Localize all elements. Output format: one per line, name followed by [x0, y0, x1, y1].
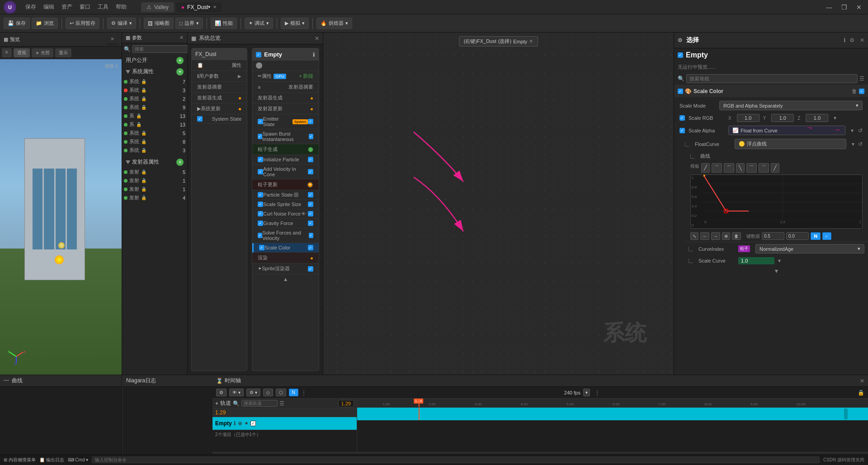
emitter-state-checkbox[interactable]: ✓	[258, 119, 263, 124]
sel-close-btn[interactable]: ✕	[860, 37, 864, 43]
sc-visible-checkbox[interactable]: ✓	[859, 89, 864, 94]
float-curve-dropdown[interactable]: 🟡 浮点曲线	[735, 139, 846, 149]
bake-button[interactable]: 🔥 烘焙器 ▾	[316, 18, 352, 29]
add-velocity-row[interactable]: ✓ Add Velocity In Cone ✓	[252, 164, 319, 179]
particle-state-row[interactable]: ✓ Particle State ✓	[252, 190, 319, 200]
tab-close-icon[interactable]: ✕	[213, 5, 217, 9]
bounds-dropdown-icon[interactable]: ▾	[196, 20, 199, 26]
template-btn-6[interactable]: ╱	[771, 163, 779, 173]
particle-update-add-btn[interactable]: +	[307, 182, 313, 188]
template-btn-3[interactable]: ╲	[736, 163, 745, 173]
timeline-spacer-btn[interactable]: ⋮	[594, 390, 600, 396]
content-sidebar-btn[interactable]: ⊞ 内容侧滑菜单	[4, 457, 36, 463]
curve-right-btn[interactable]: →	[711, 232, 720, 240]
breadcrumb-close[interactable]: ✕	[529, 38, 533, 44]
scale-sprite-check2[interactable]: ✓	[308, 202, 313, 207]
sprite-renderer-check[interactable]: ✓	[308, 266, 313, 272]
curve-zoom-in-btn[interactable]: ⤡	[690, 232, 698, 240]
preview-viewport[interactable]: X Y Z 缩放-1	[0, 59, 122, 375]
collapse-up-icon[interactable]: ▲	[283, 276, 288, 282]
render-row[interactable]: 渲染 ●	[252, 253, 319, 263]
init-particle-check2[interactable]: ✓	[308, 157, 313, 162]
add-velocity-checkbox[interactable]: ✓	[258, 169, 263, 174]
scale-alpha-dropdown[interactable]: 📈 Float from Curve	[728, 126, 845, 135]
template-btn-1[interactable]: ⌒	[712, 163, 722, 173]
curve-index-dropdown[interactable]: NormalizedAge ▾	[755, 244, 864, 254]
lock-timeline-btn[interactable]: 🔒	[858, 390, 864, 396]
apply-stash-button[interactable]: ↩ 应用暂存	[66, 18, 99, 29]
menu-file[interactable]: 保存	[24, 3, 38, 11]
preview-close-btn[interactable]: ✕	[107, 34, 118, 44]
sprite-renderer-row[interactable]: ✦ Sprite渲染器 ✓	[252, 263, 319, 274]
browse-button[interactable]: 📁 浏览	[32, 18, 58, 29]
eye-icon[interactable]: 👁	[301, 211, 306, 216]
display-btn[interactable]: 显示	[55, 48, 71, 57]
console-input[interactable]	[92, 456, 820, 463]
user-params-item[interactable]: ℹ 用户参数 ▶	[192, 71, 247, 82]
sim-dropdown-icon[interactable]: ▾	[302, 20, 305, 26]
emitter-gen-row[interactable]: 发射器生成 ●	[252, 93, 319, 103]
curl-noise-check2[interactable]: ✓	[308, 211, 313, 216]
timeline-tool-btn-4[interactable]: ⬡	[276, 389, 286, 396]
scale-sprite-checkbox[interactable]: ✓	[258, 202, 263, 207]
track-visible-checkbox[interactable]: ✓	[250, 421, 256, 426]
minimize-btn[interactable]: —	[823, 4, 835, 11]
maximize-btn[interactable]: ❐	[839, 4, 850, 11]
params-close-btn[interactable]: ✕	[179, 35, 184, 41]
emitter-state-system-row[interactable]: ✓ Emitter State System ✓	[252, 114, 319, 129]
close-btn[interactable]: ✕	[854, 4, 864, 11]
emitter-gen-item[interactable]: 发射器生成 ●	[192, 93, 247, 103]
init-particle-row[interactable]: ✓ Initialize Particle ✓	[252, 155, 319, 164]
template-btn-2[interactable]: ⌒	[724, 163, 734, 173]
info-btn[interactable]: ℹ	[844, 37, 846, 43]
attr-item[interactable]: 📋 属性	[192, 60, 247, 71]
scale-rgb-checkbox[interactable]: ✓	[679, 115, 685, 121]
scale-curve-expand-btn[interactable]: ▾	[778, 258, 781, 264]
scale-color-checkbox[interactable]: ✓	[259, 245, 264, 250]
alpha-expand-btn[interactable]: ▾	[851, 127, 854, 134]
params-search-input[interactable]	[132, 45, 194, 53]
particle-state-checkbox[interactable]: ✓	[258, 192, 263, 197]
fps-dropdown-btn[interactable]: ▾	[583, 389, 590, 396]
add-emitter-prop-btn[interactable]: +	[176, 159, 184, 166]
emitter-summary-row[interactable]: ≡ 发射器摘要	[252, 82, 319, 93]
menu-help[interactable]: 帮助	[114, 3, 128, 11]
system-state-checkbox[interactable]: ✓	[197, 116, 203, 122]
particle-gen-row[interactable]: 粒子生成	[252, 144, 319, 155]
debug-dropdown-icon[interactable]: ▾	[266, 20, 269, 26]
simulate-button[interactable]: ▶ 模拟 ▾	[281, 18, 309, 29]
scale-mode-dropdown[interactable]: RGB and Alpha Separately ▾	[719, 101, 863, 110]
timeline-record-btn[interactable]: N	[289, 389, 298, 396]
debug-button[interactable]: ✦ 调试 ▾	[245, 18, 273, 29]
float-curve-reset-btn[interactable]: ↺	[858, 141, 863, 147]
settings-btn[interactable]: ⚙	[849, 37, 854, 43]
scale-alpha-checkbox[interactable]: ✓	[679, 128, 685, 133]
collapse-emitter-icon[interactable]	[126, 160, 130, 164]
emitter-update-row[interactable]: 发射器更新 ●	[252, 103, 319, 114]
particle-state-check2[interactable]: ✓	[308, 192, 313, 197]
spawn-burst-row[interactable]: ✓ Spawn Burst Instantaneous ✓	[252, 129, 319, 144]
filter-icon[interactable]: ☰	[859, 75, 864, 82]
timeline-tool-btn-1[interactable]: 👁 ▾	[229, 389, 244, 396]
menu-window[interactable]: 窗口	[78, 3, 92, 11]
add-system-prop-btn[interactable]: +	[176, 68, 184, 75]
collapse-system-icon[interactable]	[126, 70, 130, 74]
system-update-item[interactable]: ▶ 系统更新 ●	[192, 103, 247, 114]
curve-add-key-btn[interactable]: ⊕	[722, 232, 730, 240]
cmd-input[interactable]: ⌨ Cmd ▾	[68, 457, 89, 462]
scale-curve-input[interactable]	[738, 257, 774, 264]
add-user-public-btn[interactable]: +	[176, 57, 184, 64]
empty-track-row[interactable]: Empty ℹ ⊕ ✦ ✓	[212, 417, 357, 430]
lighting-btn[interactable]: ☀ 光照	[32, 48, 53, 57]
add-stage-btn[interactable]: + 阶段	[299, 73, 313, 80]
tab-valley[interactable]: ⚠ Valley	[141, 2, 174, 12]
alpha-reset-btn[interactable]: ↺	[858, 127, 863, 134]
save-button[interactable]: 💾 保存	[4, 18, 30, 29]
curve-delete-key-btn[interactable]: 🗑	[732, 232, 741, 240]
curl-noise-row[interactable]: ✓ Curl Noise Force 👁 ✓	[252, 209, 319, 219]
menu-edit[interactable]: 编辑	[42, 3, 56, 11]
solve-forces-check2[interactable]: ✓	[309, 233, 313, 238]
empty-header-checkbox[interactable]: ✓	[256, 52, 261, 57]
template-btn-0[interactable]: ╱	[701, 163, 710, 173]
tab-fx-dust[interactable]: ● FX_Dust• ✕	[176, 2, 222, 12]
